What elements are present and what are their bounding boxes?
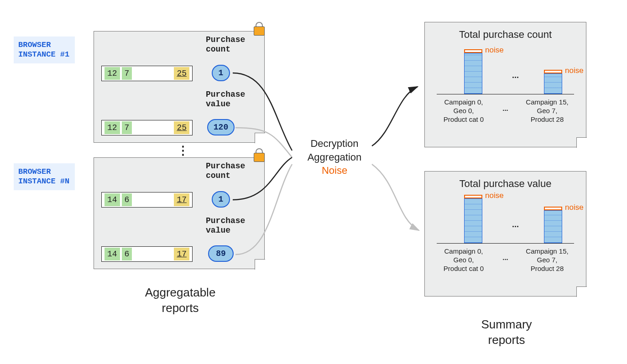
purchase-value-pill: 89 <box>208 245 234 262</box>
browser-instance-1-tag: BROWSER INSTANCE #1 <box>14 36 75 63</box>
pill-value: 89 <box>216 249 226 258</box>
aggregatable-report-1: Purchase count 12 7 25 1 Purchase value … <box>94 31 265 143</box>
key-segment: 25 <box>174 121 189 134</box>
axis-label-mid: ... <box>499 98 512 124</box>
chart-area: noise ... noise <box>437 44 574 94</box>
axis-labels: Campaign 0, Geo 0, Product cat 0 ... Cam… <box>434 98 577 124</box>
process-label: Decryption Aggregation Noise <box>303 137 366 177</box>
noise-label: noise <box>485 46 504 55</box>
section-label-left: Aggregatable reports <box>130 285 230 316</box>
key-segment: 7 <box>122 121 132 134</box>
browser-tag-line: INSTANCE #1 <box>18 50 69 59</box>
axis-label-right: Campaign 15, Geo 7, Product 28 <box>517 98 577 124</box>
pill-value: 120 <box>214 123 228 132</box>
chart-ellipsis: ... <box>512 220 519 229</box>
chart-bar <box>544 210 562 243</box>
key-segment: 17 <box>174 248 189 260</box>
key-segment: 12 <box>104 121 120 134</box>
purchase-count-pill: 1 <box>212 65 230 81</box>
metric-label: Purchase count <box>206 35 245 54</box>
noise-label: noise <box>565 66 584 75</box>
pill-value: 1 <box>219 68 224 78</box>
key-segment: 25 <box>174 67 189 80</box>
axis-label-left: Campaign 0, Geo 0, Product cat 0 <box>434 247 493 273</box>
chart-bar <box>464 53 482 94</box>
pill-value: 1 <box>219 195 224 204</box>
section-label-right: Summary reports <box>461 317 552 348</box>
key-segment: 6 <box>122 248 132 260</box>
noise-cap <box>464 195 482 198</box>
key-segment: 14 <box>104 193 120 206</box>
metric-label: Purchase value <box>206 216 245 235</box>
lock-icon <box>252 148 266 162</box>
lock-icon <box>252 22 266 36</box>
purchase-count-pill: 1 <box>212 191 230 208</box>
metric-label: Purchase count <box>206 161 245 180</box>
noise-label: noise <box>485 191 504 200</box>
metric-label: Purchase value <box>206 90 245 109</box>
chart-bar <box>464 198 482 243</box>
axis-label-left: Campaign 0, Geo 0, Product cat 0 <box>434 98 493 124</box>
summary-report-count: Total purchase count noise ... noise Cam… <box>424 22 586 147</box>
summary-report-value: Total purchase value noise ... noise Cam… <box>424 171 586 296</box>
key-row: 12 7 25 <box>101 120 193 135</box>
axis-labels: Campaign 0, Geo 0, Product cat 0 ... Cam… <box>434 247 577 273</box>
process-line-noise: Noise <box>303 164 366 177</box>
key-segment: 14 <box>104 248 120 260</box>
summary-title: Total purchase count <box>429 29 581 41</box>
chart-area: noise ... noise <box>437 193 574 244</box>
summary-title: Total purchase value <box>429 178 581 190</box>
browser-tag-line: INSTANCE #N <box>18 177 69 186</box>
browser-instance-n-tag: BROWSER INSTANCE #N <box>14 163 75 190</box>
key-row: 14 6 17 <box>101 246 193 262</box>
key-row: 14 6 17 <box>101 192 193 208</box>
noise-cap <box>544 207 562 210</box>
key-segment: 17 <box>174 193 189 206</box>
browser-tag-line: BROWSER <box>18 167 69 177</box>
key-segment: 6 <box>122 193 132 206</box>
aggregatable-report-n: Purchase count 14 6 17 1 Purchase value … <box>94 157 265 269</box>
purchase-value-pill: 120 <box>207 119 235 135</box>
noise-cap <box>464 49 482 53</box>
vertical-ellipsis: ⋮ <box>177 144 189 158</box>
chart-bar <box>544 73 562 94</box>
noise-label: noise <box>565 203 584 212</box>
axis-label-right: Campaign 15, Geo 7, Product 28 <box>517 247 577 273</box>
key-segment: 7 <box>122 67 132 80</box>
axis-label-mid: ... <box>499 247 512 273</box>
key-segment: 12 <box>104 67 120 80</box>
process-line: Aggregation <box>303 151 366 164</box>
chart-ellipsis: ... <box>512 71 519 80</box>
noise-cap <box>544 70 562 73</box>
browser-tag-line: BROWSER <box>18 40 69 50</box>
process-line: Decryption <box>303 137 366 151</box>
key-row: 12 7 25 <box>101 66 193 81</box>
